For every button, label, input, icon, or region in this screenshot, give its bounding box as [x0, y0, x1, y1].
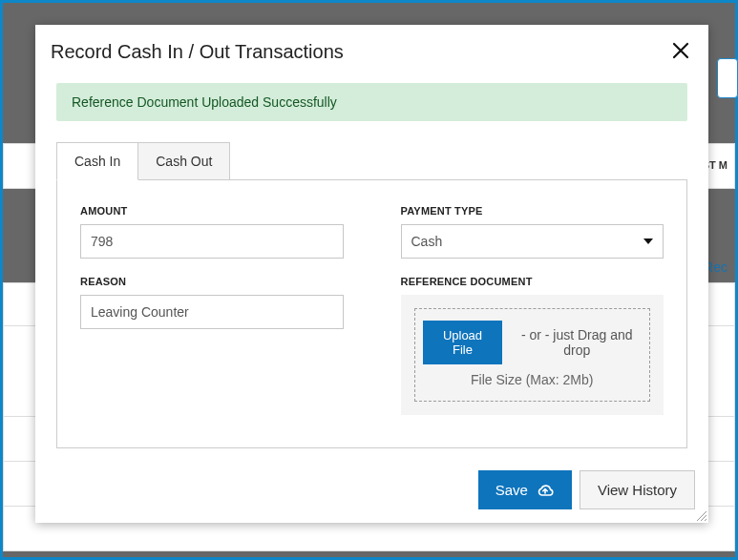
payment-type-label: PAYMENT TYPE	[401, 205, 664, 217]
upload-hint: - or - just Drag and drop	[512, 327, 642, 358]
payment-type-select[interactable]	[401, 224, 664, 259]
save-button[interactable]: Save	[478, 470, 572, 509]
close-button[interactable]	[668, 38, 693, 66]
success-alert: Reference Document Uploaded Successfully	[56, 83, 687, 121]
upload-file-button[interactable]: Upload File	[423, 321, 503, 364]
reason-input[interactable]	[80, 295, 344, 329]
tab-panel-cash-in: AMOUNT REASON PAYMENT TYPE REFE	[56, 179, 687, 448]
amount-input[interactable]	[80, 224, 344, 259]
tab-cash-in[interactable]: Cash In	[56, 142, 138, 180]
tab-cash-out[interactable]: Cash Out	[138, 142, 230, 180]
save-button-label: Save	[496, 482, 528, 498]
left-column: AMOUNT REASON	[80, 205, 344, 426]
close-icon	[672, 42, 689, 59]
view-history-button[interactable]: View History	[580, 470, 695, 509]
bg-partial-button[interactable]	[717, 58, 738, 98]
amount-label: AMOUNT	[80, 205, 344, 217]
upload-area: Upload File - or - just Drag and drop Fi…	[401, 295, 664, 415]
upload-dropzone[interactable]: Upload File - or - just Drag and drop Fi…	[414, 308, 651, 402]
modal-footer: Save View History	[35, 459, 708, 523]
resize-handle[interactable]	[694, 508, 707, 522]
cloud-upload-icon	[536, 483, 555, 498]
right-column: PAYMENT TYPE REFERENCE DOCUMENT Upload F…	[401, 205, 664, 426]
reference-document-label: REFERENCE DOCUMENT	[401, 276, 664, 287]
app-viewport: AST M Rec Record Cash In / Out Transacti…	[0, 0, 738, 560]
record-cash-modal: Record Cash In / Out Transactions Refere…	[35, 25, 708, 523]
modal-header: Record Cash In / Out Transactions	[35, 25, 708, 79]
reason-label: REASON	[80, 276, 344, 287]
tabs-row: Cash In Cash Out	[56, 142, 687, 180]
modal-body: Reference Document Uploaded Successfully…	[35, 79, 708, 459]
upload-size-hint: File Size (Max: 2Mb)	[423, 372, 643, 387]
modal-title: Record Cash In / Out Transactions	[51, 41, 668, 63]
